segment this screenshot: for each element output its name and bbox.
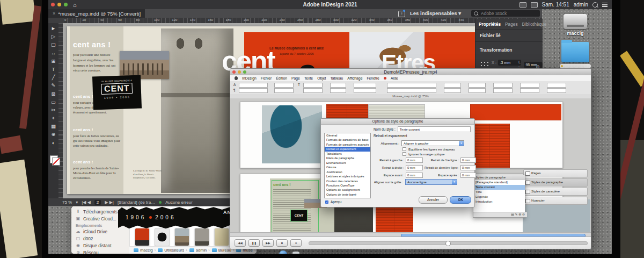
prev-page-icons[interactable]: |◀ ◀ [82, 200, 91, 205]
path-segment[interactable]: maccig › [134, 248, 156, 253]
file-thumbnail-indd[interactable] [135, 228, 150, 246]
category-item[interactable]: Formats de caractères de base [325, 138, 370, 142]
playback-button[interactable]: ≡ [290, 239, 302, 247]
cancel-button[interactable]: Annuler [419, 196, 448, 204]
tab-proprietes[interactable]: Propriétés [479, 22, 501, 27]
tool-icon[interactable]: ╱ [49, 73, 58, 81]
dock-panel-button[interactable]: Styles de caractère [523, 188, 588, 196]
preflight-errors[interactable]: Aucune erreur [165, 200, 193, 205]
menubar-clock[interactable]: Sam. 14:51 [542, 2, 569, 8]
zoom-level[interactable]: 75 % [62, 200, 72, 205]
menu-item[interactable]: Fenêtre [367, 76, 379, 80]
workspace-switcher[interactable]: Les indispensables ▾ [410, 10, 461, 16]
menu-item[interactable]: Texte [304, 76, 313, 80]
display-icon[interactable] [519, 2, 526, 8]
menu-item[interactable]: Affichage [347, 76, 362, 80]
desktop-folder-icon[interactable] [561, 42, 589, 62]
palette-toolbar[interactable]: ▤ ✎ ⊕ ⊖ [473, 212, 527, 217]
close-tab-icon[interactable]: × [53, 11, 55, 16]
tool-icon[interactable]: ▢ [49, 40, 58, 48]
x-field[interactable]: -3 mm [498, 60, 521, 66]
playback-button[interactable]: ❚❚ [248, 239, 260, 247]
playback-button[interactable]: ◀◀ [235, 239, 246, 247]
category-item[interactable]: Couleur des caractères [325, 179, 370, 183]
tool-icon[interactable]: T [49, 65, 58, 73]
field-value[interactable]: 0 mm [406, 173, 423, 178]
dialog-title[interactable]: Options de style de paragraphe [321, 119, 474, 125]
style-list-item[interactable]: [Paragraphe standard] [473, 180, 525, 185]
menu-item[interactable]: Page [291, 76, 300, 80]
path-segment[interactable]: admin › [189, 248, 210, 253]
scrub-knob[interactable] [445, 241, 451, 246]
fill-stroke-swatches[interactable] [50, 155, 58, 163]
tool-icon[interactable]: ⊠ [49, 90, 58, 98]
linked-file-section[interactable]: Fichier lié [475, 30, 543, 39]
path-segment[interactable]: Utilisateurs › [158, 248, 187, 253]
mirroring-icon[interactable] [531, 2, 538, 8]
field-value[interactable]: 0 mm [460, 173, 476, 178]
sidebar-item[interactable]: ◉ Disque distant [71, 242, 129, 249]
style-list-item[interactable]: Légende [473, 195, 525, 199]
zoom-caret-icon[interactable]: ▾ [76, 200, 78, 205]
category-item[interactable]: Césure [325, 165, 370, 169]
drive-label[interactable]: maccig [557, 31, 594, 36]
folder-label-pill[interactable] [560, 64, 591, 68]
playback-button[interactable]: ■ [276, 239, 288, 247]
page-number-field[interactable]: 2 [94, 200, 101, 205]
sidebar-item[interactable]: ☁ iCloud Drive [71, 228, 129, 235]
category-item[interactable]: Options de texte barré [325, 192, 370, 197]
menu-item[interactable]: Édition [276, 76, 287, 80]
adobe-stock-search[interactable]: Adobe Stock [471, 10, 540, 17]
field-value[interactable]: 0 mm [460, 165, 476, 170]
menu-item[interactable]: InDesign [242, 76, 257, 80]
menu-item[interactable]: Tableau [330, 76, 343, 80]
tool-icon[interactable]: ▷ [49, 32, 58, 40]
category-item[interactable]: Général [325, 133, 370, 138]
notification-center-icon[interactable] [602, 3, 608, 7]
spotlight-icon[interactable] [592, 2, 598, 8]
tool-icon[interactable]: ⊕ [49, 130, 58, 138]
style-list-item[interactable]: Texte courant [473, 185, 525, 190]
tab-pages[interactable]: Pages [505, 22, 518, 27]
menu-item-aide[interactable]: Aide [391, 76, 398, 80]
file-thumbnail-logo[interactable] [155, 228, 170, 246]
preview-checkbox[interactable]: ✓ [325, 200, 328, 204]
file-thumbnail-map[interactable] [214, 228, 229, 246]
style-name-field[interactable]: Texte courant [398, 126, 471, 132]
tool-icon[interactable]: ✂ [49, 106, 58, 114]
tool-icon[interactable]: ◐ [49, 139, 58, 147]
alignment-dropdown[interactable]: Aligner à gauche ▾ [401, 140, 464, 146]
grid-align-dropdown[interactable]: Aucune ligne ▾ [405, 179, 457, 185]
category-item[interactable]: Options de soulignement [325, 188, 370, 192]
ok-button[interactable]: OK [450, 196, 471, 204]
tool-icon[interactable]: ✎ [49, 81, 58, 89]
category-item[interactable]: Lettrines et styles imbriqués [325, 174, 370, 178]
dock-panel-button[interactable]: Nuancier [523, 197, 588, 205]
tool-icon[interactable]: ↔ [49, 49, 58, 57]
scrub-bar[interactable] [309, 241, 588, 245]
category-item[interactable]: Fonctions OpenType [325, 183, 370, 188]
w-field[interactable]: 95 mm [524, 62, 543, 68]
sidebar-item[interactable]: ▢ d002 [71, 235, 129, 242]
sidebar-item[interactable]: ⊛ Réseau [71, 249, 129, 254]
preflight-profile[interactable]: [Standard] (de tra… [118, 200, 155, 205]
category-item[interactable]: Tabulations [325, 152, 370, 156]
style-list-item[interactable]: Introduction [473, 199, 525, 204]
field-value[interactable]: 0 mm [460, 157, 476, 163]
file-thumbnail-tower[interactable] [194, 228, 209, 246]
tool-icon[interactable]: ▦ [49, 122, 58, 130]
tool-icon[interactable]: ⊞ [49, 57, 58, 65]
drive-icon[interactable] [564, 14, 587, 29]
next-page-icons[interactable]: ▶ ▶| [105, 200, 114, 205]
category-item[interactable]: Enchaînement [325, 161, 370, 165]
category-item[interactable]: Filets de paragraphe [325, 156, 370, 160]
tool-icon[interactable]: ▭ [49, 98, 58, 106]
style-list-item[interactable]: Titre [473, 190, 525, 195]
field-value[interactable]: 0 mm [406, 165, 423, 170]
dock-panel-button[interactable]: Styles de paragraphe [523, 178, 588, 187]
menubar-user[interactable]: admin [574, 2, 588, 8]
playback-button[interactable]: ▶▶ [262, 239, 274, 247]
menu-item[interactable]: Fichier [261, 76, 272, 80]
tool-icon[interactable]: ⌖ [49, 114, 58, 122]
tab-bibliotheque[interactable]: Bibliothèque [522, 22, 547, 27]
